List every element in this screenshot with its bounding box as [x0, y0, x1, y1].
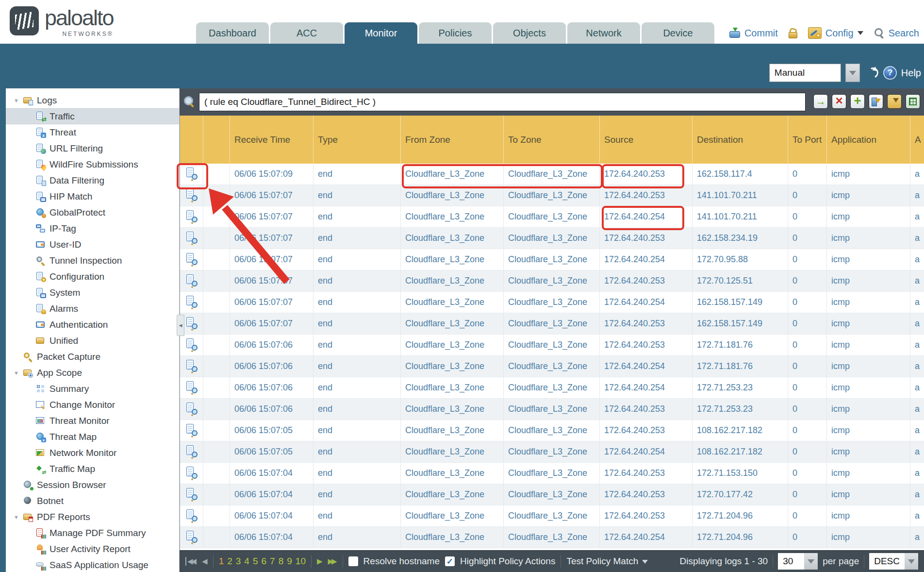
col-header-action[interactable]: A [910, 116, 924, 164]
col-header-destination[interactable]: Destination [693, 116, 788, 164]
col-header-from_zone[interactable]: From Zone [401, 116, 504, 164]
add-filter-button[interactable] [850, 94, 865, 109]
page-number-1[interactable]: 1 [219, 556, 224, 567]
tree-expander-icon[interactable]: ▼ [14, 370, 22, 376]
sidebar-item-summary[interactable]: Summary [6, 381, 179, 397]
save-filter-button[interactable] [869, 94, 883, 109]
tab-network[interactable]: Network [567, 22, 640, 44]
tab-acc[interactable]: ACC [270, 22, 343, 44]
log-row[interactable]: 06/06 15:07:04endCloudflare_L3_ZoneCloud… [180, 484, 924, 505]
log-detail-icon[interactable] [186, 338, 198, 352]
sidebar-item-saas-application-usage[interactable]: SaaS Application Usage [6, 557, 179, 572]
sidebar-item-configuration[interactable]: Configuration [6, 269, 179, 285]
tab-device[interactable]: Device [642, 22, 714, 44]
sidebar-item-manage-pdf-summary[interactable]: Manage PDF Summary [6, 525, 179, 541]
first-page-button[interactable]: ◀◀ [185, 557, 197, 566]
log-row[interactable]: 06/06 15:07:07endCloudflare_L3_ZoneCloud… [180, 249, 924, 270]
next-page-button[interactable]: ▶ [317, 557, 323, 566]
sidebar-item-ip-tag[interactable]: IP-Tag [6, 220, 179, 236]
log-detail-icon[interactable] [186, 445, 198, 458]
sidebar-item-change-monitor[interactable]: Change Monitor [6, 397, 179, 413]
help-label[interactable]: Help [901, 67, 921, 79]
resolve-hostname-checkbox[interactable] [348, 556, 358, 566]
log-row[interactable]: 06/06 15:07:05endCloudflare_L3_ZoneCloud… [180, 420, 924, 441]
log-row[interactable]: 06/06 15:07:05endCloudflare_L3_ZoneCloud… [180, 441, 924, 463]
last-page-button[interactable]: ▶▶ [328, 557, 337, 566]
sidebar-item-url-filtering[interactable]: URL Filtering [6, 140, 179, 156]
log-detail-icon[interactable] [186, 189, 198, 202]
log-detail-icon[interactable] [186, 210, 198, 223]
sidebar-item-traffic[interactable]: Traffic [6, 108, 179, 124]
page-number-6[interactable]: 6 [262, 556, 267, 567]
col-header-to_port[interactable]: To Port [788, 116, 827, 164]
log-detail-icon[interactable] [186, 317, 198, 330]
tab-dashboard[interactable]: Dashboard [196, 22, 269, 44]
sidebar-item-pdf-reports[interactable]: ▼PDF Reports [6, 509, 179, 525]
page-number-3[interactable]: 3 [236, 556, 241, 567]
sidebar-item-threat-monitor[interactable]: Threat Monitor [6, 413, 179, 429]
sidebar-item-wildfire-submissions[interactable]: WildFire Submissions [6, 156, 179, 172]
log-row[interactable]: 06/06 15:07:04endCloudflare_L3_ZoneCloud… [180, 463, 924, 484]
log-row[interactable]: 06/06 15:07:07endCloudflare_L3_ZoneCloud… [180, 270, 924, 292]
log-row[interactable]: 06/06 15:07:06endCloudflare_L3_ZoneCloud… [180, 335, 924, 356]
sidebar-item-botnet[interactable]: Botnet [6, 493, 179, 509]
sidebar-item-threat[interactable]: Threat [6, 124, 179, 140]
tab-objects[interactable]: Objects [493, 22, 566, 44]
config-caret-icon[interactable] [858, 31, 863, 38]
log-detail-icon[interactable] [186, 424, 198, 437]
page-number-2[interactable]: 2 [227, 556, 232, 567]
log-detail-icon[interactable] [186, 232, 198, 245]
sidebar-item-tunnel-inspection[interactable]: Tunnel Inspection [6, 252, 179, 269]
sidebar-item-threat-map[interactable]: Threat Map [6, 429, 179, 445]
log-detail-icon[interactable] [186, 296, 198, 309]
log-row[interactable]: 06/06 15:07:07endCloudflare_L3_ZoneCloud… [180, 206, 924, 228]
sidebar-collapse-handle[interactable]: ◀ [177, 315, 184, 336]
log-row[interactable]: 06/06 15:07:07endCloudflare_L3_ZoneCloud… [180, 313, 924, 335]
page-number-5[interactable]: 5 [253, 556, 258, 567]
col-header-type[interactable]: Type [314, 116, 401, 164]
sidebar-item-data-filtering[interactable]: Data Filtering [6, 172, 179, 188]
log-detail-icon[interactable] [186, 531, 198, 544]
commit-button[interactable]: Commit [744, 28, 778, 39]
sidebar-item-hip-match[interactable]: HIP Match [6, 188, 179, 204]
sidebar-item-packet-capture[interactable]: Packet Capture [6, 349, 179, 365]
prev-page-button[interactable]: ◀ [202, 557, 208, 566]
sort-order-select[interactable]: DESC [869, 553, 918, 570]
highlight-policy-actions-checkbox[interactable] [445, 556, 455, 566]
refresh-mode-dropdown-arrow[interactable] [845, 64, 860, 82]
page-number-10[interactable]: 10 [296, 556, 306, 567]
page-number-7[interactable]: 7 [270, 556, 275, 567]
search-button[interactable]: Search [889, 28, 919, 39]
page-number-4[interactable]: 4 [244, 556, 249, 567]
col-header-receive_time[interactable]: Receive Time [230, 116, 314, 164]
load-filter-button[interactable] [887, 94, 902, 109]
refresh-icon[interactable] [867, 67, 879, 79]
log-detail-icon[interactable] [186, 509, 198, 522]
sidebar-item-alarms[interactable]: Alarms [6, 301, 179, 317]
log-detail-icon[interactable] [186, 360, 198, 373]
tree-expander-icon[interactable]: ▼ [14, 98, 22, 103]
refresh-mode-select[interactable]: Manual [769, 64, 841, 82]
clear-filter-button[interactable] [832, 94, 846, 109]
sidebar-item-authentication[interactable]: Authentication [6, 317, 179, 333]
tree-expander-icon[interactable]: ▼ [14, 514, 22, 520]
sidebar-item-globalprotect[interactable]: GlobalProtect [6, 204, 179, 220]
sidebar-item-network-monitor[interactable]: Network Monitor [6, 445, 179, 461]
page-number-9[interactable]: 9 [287, 556, 292, 567]
apply-filter-button[interactable] [813, 94, 828, 109]
sidebar-item-app-scope[interactable]: ▼App Scope [6, 365, 179, 381]
sidebar-item-unified[interactable]: Unified [6, 333, 179, 349]
log-row[interactable]: 06/06 15:07:06endCloudflare_L3_ZoneCloud… [180, 399, 924, 420]
per-page-select[interactable]: 30 [778, 553, 818, 570]
log-row[interactable]: 06/06 15:07:07endCloudflare_L3_ZoneCloud… [180, 292, 924, 313]
col-header-source[interactable]: Source [600, 116, 693, 164]
config-button[interactable]: Config [825, 28, 854, 39]
sidebar-item-system[interactable]: System [6, 285, 179, 301]
per-page-dropdown-arrow[interactable] [804, 553, 818, 570]
sidebar-item-user-activity-report[interactable]: User Activity Report [6, 541, 179, 557]
sidebar-item-logs[interactable]: ▼Logs [6, 92, 179, 108]
log-detail-icon[interactable] [186, 381, 198, 394]
log-row[interactable]: 06/06 15:07:07endCloudflare_L3_ZoneCloud… [180, 228, 924, 249]
help-icon[interactable]: ? [883, 66, 897, 80]
log-detail-icon[interactable] [186, 403, 198, 416]
